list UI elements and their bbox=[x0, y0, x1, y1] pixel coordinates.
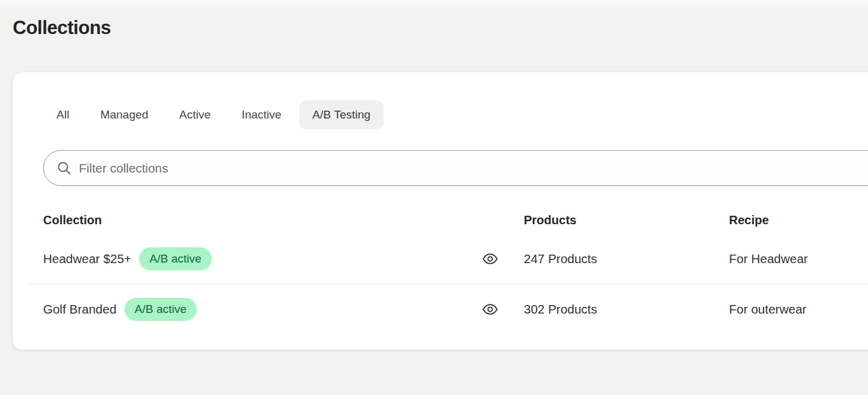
tab-inactive[interactable]: Inactive bbox=[228, 100, 294, 129]
search-input[interactable] bbox=[79, 161, 868, 176]
table-row[interactable]: Golf Branded A/B active 302 Products For… bbox=[30, 284, 868, 334]
collection-name-cell: Golf Branded A/B active bbox=[43, 298, 474, 321]
column-header-products: Products bbox=[506, 213, 711, 227]
collection-name: Golf Branded bbox=[43, 302, 117, 317]
collection-name-cell: Headwear $25+ A/B active bbox=[43, 247, 474, 270]
actions-cell bbox=[474, 300, 506, 318]
products-count: 302 Products bbox=[506, 302, 711, 317]
collections-page: Collections All Managed Active Inactive … bbox=[0, 0, 868, 395]
ab-active-badge: A/B active bbox=[139, 247, 212, 270]
eye-icon[interactable] bbox=[479, 250, 501, 268]
eye-icon[interactable] bbox=[479, 300, 501, 318]
products-count: 247 Products bbox=[506, 252, 711, 266]
ab-active-badge: A/B active bbox=[124, 298, 197, 321]
filter-collections-searchbar[interactable] bbox=[43, 150, 868, 186]
tab-all[interactable]: All bbox=[43, 100, 83, 129]
table-row[interactable]: Headwear $25+ A/B active 247 Products Fo… bbox=[30, 234, 868, 284]
column-header-collection: Collection bbox=[43, 213, 474, 227]
recipe-value: For outerwear bbox=[711, 302, 868, 317]
collection-name: Headwear $25+ bbox=[43, 252, 131, 266]
collections-card: All Managed Active Inactive A/B Testing … bbox=[12, 72, 868, 350]
filter-tabs: All Managed Active Inactive A/B Testing bbox=[43, 100, 868, 129]
search-icon bbox=[56, 160, 72, 176]
collections-table: Collection Products Recipe Headwear $25+… bbox=[30, 206, 868, 334]
page-title: Collections bbox=[13, 17, 111, 39]
tab-active[interactable]: Active bbox=[166, 100, 224, 129]
actions-cell bbox=[474, 250, 506, 268]
tab-ab-testing[interactable]: A/B Testing bbox=[299, 100, 384, 129]
recipe-value: For Headwear bbox=[711, 252, 868, 266]
column-header-recipe: Recipe bbox=[711, 213, 868, 227]
table-header-row: Collection Products Recipe bbox=[30, 206, 868, 234]
tab-managed[interactable]: Managed bbox=[87, 100, 161, 129]
